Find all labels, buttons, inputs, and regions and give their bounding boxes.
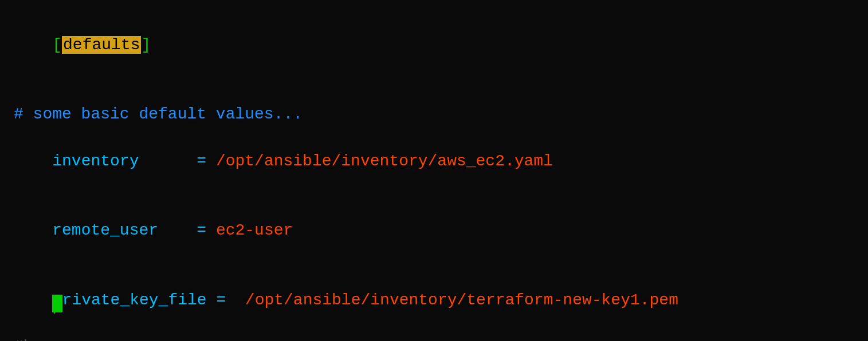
faded-line-top: #h... [14,335,854,341]
blank-line-1 [14,80,854,104]
remote-user-value: ec2-user [216,221,293,239]
inventory-value: /opt/ansible/inventory/aws_ec2.yaml [216,152,553,170]
private-key-line: private_key_file = /opt/ansible/inventor… [14,266,854,336]
editor-top-section: [defaults] # some basic default values..… [0,0,868,341]
bracket-open: [ [52,36,62,54]
bracket-close: ] [141,36,151,54]
remote-user-line: remote_user = ec2-user [14,196,854,266]
inventory-spacing: = [139,152,215,170]
inventory-key: inventory [52,152,139,170]
inventory-line: inventory = /opt/ansible/inventory/aws_e… [14,126,854,196]
private-key-spacing: = [207,291,245,309]
private-key-value: /opt/ansible/inventory/terraform-new-key… [245,291,678,309]
private-key-key: rivate_key_file [62,291,207,309]
remote-user-key: remote_user [52,221,158,239]
comment-line: # some basic default values... [14,103,854,126]
defaults-highlight: defaults [62,36,141,54]
cursor-indicator: p [52,295,62,312]
remote-user-spacing: = [158,221,216,239]
defaults-header-line: [defaults] [14,10,854,80]
